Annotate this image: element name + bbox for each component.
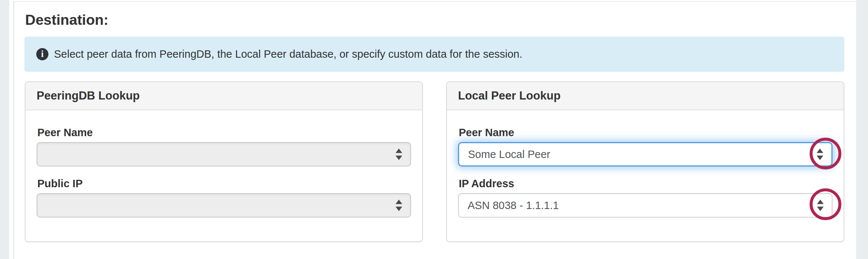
- page-gutter-left: [0, 0, 9, 259]
- select-arrows-icon: [396, 200, 402, 211]
- local-peer-lookup-panel: Local Peer Lookup Peer Name Some Local P…: [446, 81, 844, 242]
- scrollbar-track: [856, 0, 868, 259]
- peeringdb-public-ip-select[interactable]: [37, 193, 411, 218]
- peeringdb-panel-title: PeeringDB Lookup: [26, 82, 422, 110]
- peeringdb-panel-body: Peer Name Public IP: [26, 110, 422, 218]
- peeringdb-peer-name-select[interactable]: [37, 142, 411, 166]
- info-circle-icon: i: [36, 48, 48, 60]
- peeringdb-peer-name-group: Peer Name: [37, 127, 411, 166]
- local-peer-panel-title: Local Peer Lookup: [447, 82, 844, 110]
- peeringdb-public-ip-group: Public IP: [37, 178, 411, 218]
- lookup-panels-row: PeeringDB Lookup Peer Name Public IP: [25, 81, 844, 242]
- peeringdb-lookup-panel: PeeringDB Lookup Peer Name Public IP: [25, 81, 423, 242]
- local-ip-address-value: ASN 8038 - 1.1.1.1: [468, 199, 559, 212]
- info-alert-text: Select peer data from PeeringDB, the Loc…: [54, 48, 522, 60]
- select-arrows-icon: [396, 149, 402, 160]
- select-arrows-icon: [817, 149, 823, 160]
- peeringdb-public-ip-label: Public IP: [37, 178, 411, 189]
- local-ip-address-group: IP Address ASN 8038 - 1.1.1.1: [458, 178, 833, 218]
- local-peer-name-label: Peer Name: [459, 127, 833, 138]
- local-peer-panel-body: Peer Name Some Local Peer IP Address ASN…: [447, 110, 844, 218]
- peeringdb-peer-name-label: Peer Name: [37, 127, 411, 138]
- info-alert: i Select peer data from PeeringDB, the L…: [24, 37, 844, 72]
- page: Destination: i Select peer data from Pee…: [0, 0, 868, 259]
- select-arrows-icon: [817, 200, 824, 211]
- local-peer-name-select[interactable]: Some Local Peer: [458, 142, 833, 166]
- local-peer-name-value: Some Local Peer: [468, 148, 550, 161]
- local-peer-name-group: Peer Name Some Local Peer: [458, 127, 833, 166]
- local-ip-address-select[interactable]: ASN 8038 - 1.1.1.1: [458, 193, 833, 218]
- local-ip-address-label: IP Address: [459, 178, 833, 189]
- section-title: Destination:: [25, 12, 108, 28]
